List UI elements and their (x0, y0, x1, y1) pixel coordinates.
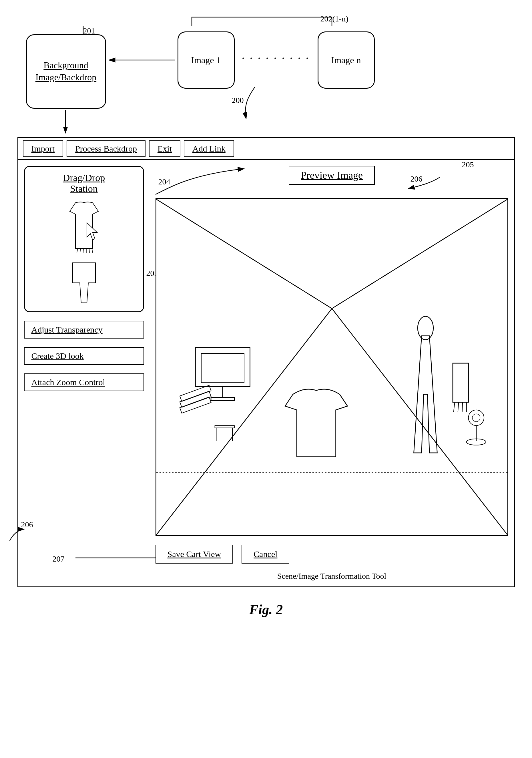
adjust-transparency-button[interactable]: Adjust Transparency (24, 321, 144, 338)
ref-204: 204 (158, 177, 170, 187)
right-panel: 205 206 Preview Image (155, 166, 508, 581)
main-body: 204 Drag/DropStation (18, 160, 514, 586)
pants-icon (67, 260, 101, 306)
svg-line-22 (332, 309, 508, 535)
ref-207: 207 (52, 554, 65, 564)
scene-box (155, 198, 508, 536)
svg-line-10 (83, 249, 83, 253)
brace-202 (178, 12, 349, 29)
arrow-down-bg (60, 110, 77, 139)
bottom-buttons: Save Cart View Cancel (155, 542, 508, 564)
arrow-204 (121, 163, 264, 197)
import-button[interactable]: Import (23, 140, 63, 157)
arrow-200-down (240, 87, 263, 124)
save-cart-view-button[interactable]: Save Cart View (155, 545, 233, 564)
main-ui: Import Process Backdrop Exit Add Link 20… (17, 137, 515, 587)
ref-205: 205 (462, 160, 474, 169)
bg-image-box: BackgroundImage/Backdrop (26, 34, 106, 109)
svg-line-35 (453, 402, 454, 412)
exit-button[interactable]: Exit (149, 140, 181, 157)
svg-line-9 (80, 249, 81, 253)
image1-label: Image 1 (191, 55, 221, 65)
svg-line-19 (156, 199, 332, 309)
svg-rect-30 (180, 397, 211, 413)
attach-zoom-control-button[interactable]: Attach Zoom Control (24, 373, 144, 391)
svg-line-12 (89, 249, 89, 253)
arrow-images-to-bg (106, 52, 181, 69)
svg-rect-31 (215, 426, 234, 428)
scene-svg (156, 199, 508, 535)
svg-point-39 (468, 410, 484, 426)
svg-rect-25 (201, 353, 244, 383)
svg-rect-28 (180, 385, 211, 401)
scene-label-container: Scene/Image Transformation Tool (155, 569, 508, 581)
image1-box: Image 1 (178, 31, 235, 88)
toolbar: Import Process Backdrop Exit Add Link (18, 138, 514, 160)
svg-point-40 (472, 414, 480, 422)
imagen-box: Image n (317, 31, 375, 88)
top-section: 201 BackgroundImage/Backdrop 202(1-n (17, 12, 515, 131)
fig-label: Fig. 2 (249, 602, 283, 617)
dots: · · · · · · · · · (242, 52, 310, 65)
add-link-button[interactable]: Add Link (184, 140, 234, 157)
process-backdrop-button[interactable]: Process Backdrop (67, 140, 146, 157)
svg-line-36 (458, 402, 458, 412)
svg-marker-14 (87, 223, 97, 240)
svg-line-21 (156, 309, 332, 535)
imagen-label: Image n (331, 55, 361, 65)
svg-rect-29 (180, 391, 211, 407)
cancel-button[interactable]: Cancel (242, 545, 289, 564)
bg-image-label: BackgroundImage/Backdrop (35, 59, 96, 83)
left-panel: Drag/DropStation (24, 166, 144, 581)
svg-line-20 (332, 199, 508, 309)
create-3d-look-button[interactable]: Create 3D look (24, 347, 144, 365)
svg-line-8 (77, 249, 78, 253)
arrow-206b (391, 172, 448, 194)
svg-marker-23 (156, 309, 508, 535)
arrow-206 (1, 518, 47, 546)
svg-line-13 (92, 249, 93, 253)
shirt-cursor-icon (58, 200, 110, 257)
preview-image-label: Preview Image (289, 166, 375, 185)
scene-label: Scene/Image Transformation Tool (277, 571, 386, 580)
page-content: 201 BackgroundImage/Backdrop 202(1-n (17, 12, 515, 617)
svg-line-37 (462, 402, 462, 412)
clothing-area (31, 200, 138, 306)
